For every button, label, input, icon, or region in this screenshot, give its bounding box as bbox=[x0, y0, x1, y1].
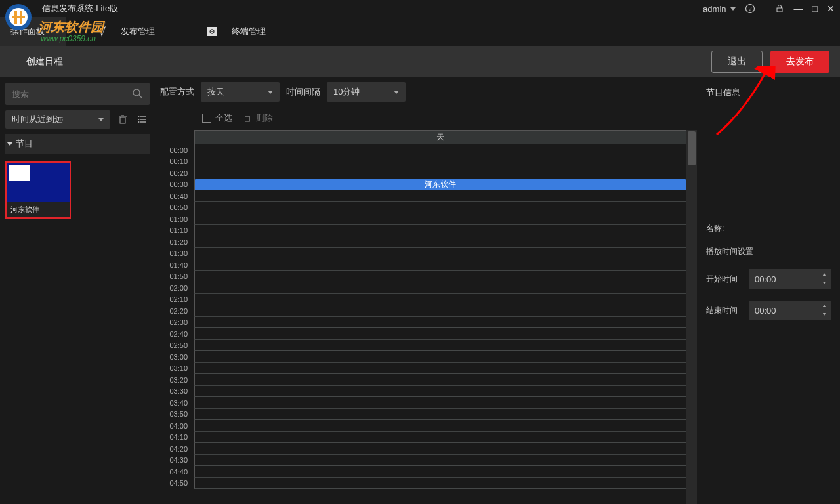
time-axis: 00:0000:1000:2000:3000:4000:5001:0001:10… bbox=[155, 130, 194, 504]
spin-up-icon[interactable]: ▲ bbox=[820, 302, 828, 309]
timeline: 00:0000:1000:2000:3000:4000:5001:0001:10… bbox=[155, 130, 697, 504]
grid-row[interactable] bbox=[194, 455, 686, 467]
end-time-input[interactable]: 00:00 ▲ ▼ bbox=[749, 301, 831, 320]
grid-row[interactable] bbox=[194, 282, 686, 294]
grid-row[interactable] bbox=[194, 213, 686, 225]
thumb-label: 河东软件 bbox=[7, 202, 70, 217]
sort-select[interactable]: 时间从近到远 bbox=[5, 110, 110, 129]
grid-row[interactable] bbox=[194, 443, 686, 455]
nav-tab-label: 终端管理 bbox=[232, 26, 266, 37]
name-label: 名称: bbox=[706, 223, 831, 234]
center-panel: 配置方式 按天 时间间隔 10分钟 全选 删除 00:0 bbox=[155, 77, 697, 504]
help-icon[interactable]: ? bbox=[745, 3, 755, 14]
search-input[interactable] bbox=[12, 89, 131, 99]
search-box[interactable] bbox=[5, 83, 150, 105]
spin-down-icon[interactable]: ▼ bbox=[820, 310, 828, 318]
chevron-down-icon bbox=[7, 142, 13, 146]
select-all-label: 全选 bbox=[215, 112, 232, 124]
close-button[interactable]: ✕ bbox=[827, 3, 835, 14]
time-label: 02:50 bbox=[155, 340, 194, 352]
spin-down-icon[interactable]: ▼ bbox=[820, 279, 828, 286]
svg-text:?: ? bbox=[748, 5, 751, 12]
grid-row[interactable] bbox=[194, 190, 686, 202]
gear-icon bbox=[207, 27, 217, 36]
grid-row[interactable] bbox=[194, 386, 686, 398]
user-menu[interactable]: admin bbox=[703, 4, 735, 14]
program-thumb[interactable]: 河东软件 bbox=[5, 161, 71, 219]
grid-row[interactable] bbox=[194, 144, 686, 156]
grid-row[interactable] bbox=[194, 409, 686, 421]
time-label: 02:40 bbox=[155, 328, 194, 340]
app-logo bbox=[3, 1, 34, 33]
grid-row[interactable] bbox=[194, 225, 686, 237]
svg-point-19 bbox=[138, 119, 140, 120]
time-label: 02:10 bbox=[155, 294, 194, 306]
time-label: 00:30 bbox=[155, 179, 194, 191]
grid-row[interactable] bbox=[194, 351, 686, 363]
time-label: 03:10 bbox=[155, 363, 194, 375]
grid-row[interactable] bbox=[194, 340, 686, 352]
time-label: 04:50 bbox=[155, 478, 194, 490]
chevron-down-icon bbox=[268, 91, 273, 94]
timeline-event[interactable]: 河东软件 bbox=[195, 179, 686, 190]
brand-url: www.pc0359.cn bbox=[41, 34, 96, 43]
grid-row[interactable] bbox=[194, 271, 686, 283]
time-label: 00:20 bbox=[155, 167, 194, 179]
time-label: 03:20 bbox=[155, 374, 194, 386]
grid-row[interactable] bbox=[194, 374, 686, 386]
grid-row[interactable] bbox=[194, 432, 686, 444]
config-mode-select[interactable]: 按天 bbox=[201, 82, 280, 102]
time-label: 04:00 bbox=[155, 420, 194, 432]
sidebar: 时间从近到远 节目 河东软件 bbox=[0, 77, 155, 504]
scrollbar[interactable] bbox=[686, 130, 697, 504]
grid-row[interactable] bbox=[194, 248, 686, 260]
delete-button[interactable]: 删除 bbox=[243, 112, 273, 124]
grid-row[interactable] bbox=[194, 317, 686, 329]
list-icon[interactable] bbox=[135, 112, 150, 127]
start-time-input[interactable]: 00:00 ▲ ▼ bbox=[749, 269, 831, 289]
time-label: 01:30 bbox=[155, 248, 194, 260]
svg-rect-4 bbox=[12, 16, 25, 18]
timeline-header: 天 bbox=[194, 130, 686, 144]
publish-button[interactable]: 去发布 bbox=[770, 51, 830, 73]
select-value: 10分钟 bbox=[333, 86, 360, 98]
grid-row[interactable] bbox=[194, 236, 686, 248]
timeline-toolbar: 全选 删除 bbox=[155, 106, 697, 130]
grid-row[interactable] bbox=[194, 420, 686, 432]
grid-row[interactable] bbox=[194, 156, 686, 168]
select-all-checkbox[interactable]: 全选 bbox=[202, 112, 232, 124]
grid-row[interactable] bbox=[194, 167, 686, 179]
page-title: 创建日程 bbox=[26, 56, 63, 68]
trash-icon[interactable] bbox=[116, 112, 130, 127]
lock-icon[interactable] bbox=[774, 3, 785, 14]
grid-row[interactable] bbox=[194, 478, 686, 490]
time-label: 04:30 bbox=[155, 455, 194, 467]
grid-row[interactable] bbox=[194, 202, 686, 214]
search-icon[interactable] bbox=[131, 87, 143, 101]
exit-button[interactable]: 退出 bbox=[711, 51, 763, 73]
config-interval-select[interactable]: 10分钟 bbox=[327, 82, 406, 102]
end-time-field: 结束时间 00:00 ▲ ▼ bbox=[706, 301, 831, 320]
action-bar: 创建日程 退出 去发布 bbox=[0, 46, 840, 77]
grid-row[interactable] bbox=[194, 305, 686, 317]
scrollbar-thumb[interactable] bbox=[688, 131, 696, 165]
time-label: 03:40 bbox=[155, 397, 194, 409]
section-header-programs[interactable]: 节目 bbox=[5, 134, 150, 154]
config-mode-label: 配置方式 bbox=[160, 86, 194, 98]
titlebar: 信息发布系统-Lite版 admin ? — □ ✕ bbox=[0, 0, 840, 17]
maximize-button[interactable]: □ bbox=[812, 3, 818, 14]
grid-row[interactable] bbox=[194, 466, 686, 478]
svg-rect-7 bbox=[777, 8, 782, 12]
right-panel: 节目信息 名称: 播放时间设置 开始时间 00:00 ▲ ▼ 结束时间 00:0… bbox=[697, 77, 840, 504]
grid-row[interactable] bbox=[194, 294, 686, 306]
svg-line-11 bbox=[139, 95, 142, 98]
grid-row[interactable] bbox=[194, 363, 686, 375]
time-label: 02:00 bbox=[155, 282, 194, 294]
grid-row[interactable] bbox=[194, 397, 686, 409]
minimize-button[interactable]: — bbox=[794, 3, 803, 14]
grid-row[interactable] bbox=[194, 259, 686, 271]
grid-row[interactable] bbox=[194, 328, 686, 340]
spin-up-icon[interactable]: ▲ bbox=[820, 270, 828, 278]
nav-tab-terminal[interactable]: 终端管理 bbox=[184, 17, 289, 46]
timeline-grid[interactable]: 天 河东软件 bbox=[194, 130, 686, 504]
